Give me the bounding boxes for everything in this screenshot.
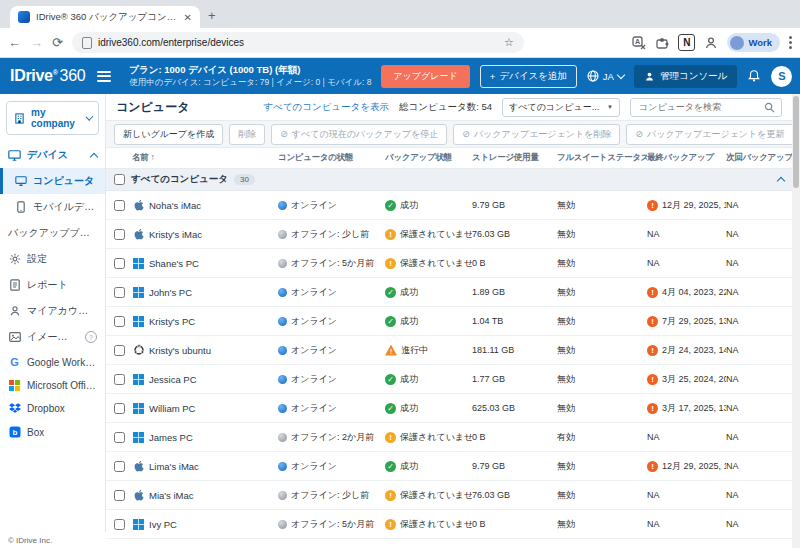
tab-close-icon[interactable]: ✕ bbox=[184, 12, 192, 23]
sidebar-item-mobile-devices[interactable]: モバイルデバイス bbox=[0, 194, 105, 220]
column-backup-status[interactable]: バックアップ状態 bbox=[385, 152, 472, 164]
device-name[interactable]: Kristy's PC bbox=[149, 316, 195, 327]
device-name[interactable]: James PC bbox=[149, 432, 193, 443]
device-name[interactable]: Shane's PC bbox=[149, 258, 199, 269]
table-row[interactable]: Mia's iMac オフライン: 少し前 !保護されていません 76.03 G… bbox=[106, 481, 792, 510]
column-storage-used[interactable]: ストレージ使用量 bbox=[472, 152, 557, 164]
sidebar-item-reports[interactable]: レポート bbox=[0, 272, 105, 298]
row-checkbox[interactable] bbox=[114, 490, 125, 501]
device-name[interactable]: Noha's iMac bbox=[149, 200, 201, 211]
device-name[interactable]: Lima's iMac bbox=[149, 461, 199, 472]
table-row[interactable]: Lima's iMac オンライン ✓成功 9.79 GB 無効 !12月 29… bbox=[106, 452, 792, 481]
device-name[interactable]: John's PC bbox=[149, 287, 192, 298]
row-checkbox[interactable] bbox=[114, 519, 125, 530]
profile-person-icon[interactable] bbox=[704, 36, 718, 50]
group-filter-dropdown[interactable]: すべてのコンピュー... ▼ bbox=[502, 98, 620, 117]
table-row[interactable]: Kristy's iMac オフライン: 少し前 !保護されていません 76.0… bbox=[106, 220, 792, 249]
row-checkbox[interactable] bbox=[114, 200, 125, 211]
extension-n-icon[interactable]: N bbox=[678, 34, 695, 51]
table-row[interactable]: Kristy's PC オンライン ✓成功 1.04 TB 無効 !7月 29,… bbox=[106, 307, 792, 336]
sidebar-item-dropbox[interactable]: Dropbox bbox=[0, 397, 105, 420]
search-input[interactable] bbox=[637, 101, 760, 113]
new-tab-button[interactable]: + bbox=[208, 8, 216, 23]
group-checkbox[interactable] bbox=[114, 174, 125, 185]
gear-icon bbox=[8, 253, 21, 265]
bell-icon[interactable] bbox=[747, 69, 761, 83]
browser-profile-chip[interactable]: Work bbox=[727, 33, 780, 52]
browser-menu-icon[interactable] bbox=[789, 36, 792, 49]
device-name[interactable]: Kristy's ubuntu bbox=[149, 345, 211, 356]
admin-console-button[interactable]: 管理コンソール bbox=[634, 65, 737, 88]
puzzle-extensions-icon[interactable] bbox=[655, 36, 669, 50]
site-info-icon[interactable] bbox=[82, 37, 92, 49]
upgrade-button[interactable]: アップグレード bbox=[381, 65, 469, 88]
table-row[interactable]: John's PC オンライン ✓成功 1.89 GB 無効 !4月 04, 2… bbox=[106, 278, 792, 307]
stop-backups-button[interactable]: ⊘ すべての現在のバックアップを停止 bbox=[271, 124, 447, 145]
scrollbar-thumb[interactable] bbox=[793, 96, 799, 188]
device-name[interactable]: William PC bbox=[149, 403, 195, 414]
help-icon[interactable]: ? bbox=[85, 331, 97, 343]
sidebar-item-devices[interactable]: デバイス bbox=[0, 142, 105, 168]
company-label: my company bbox=[31, 107, 82, 129]
update-agents-button[interactable]: ⊘ バックアップエージェントを更新 bbox=[626, 124, 793, 145]
sidebar: my company デバイス コンピュータ モバイルデバイス バックアッププラ… bbox=[0, 94, 106, 548]
row-checkbox[interactable] bbox=[114, 461, 125, 472]
sidebar-item-computers[interactable]: コンピュータ bbox=[0, 168, 105, 194]
row-checkbox[interactable] bbox=[114, 316, 125, 327]
add-device-button[interactable]: + デバイスを追加 bbox=[480, 65, 577, 88]
user-avatar[interactable]: S bbox=[771, 66, 792, 87]
device-name[interactable]: Mia's iMac bbox=[149, 490, 194, 501]
bookmark-star-icon[interactable]: ☆ bbox=[504, 36, 514, 49]
company-selector[interactable]: my company bbox=[6, 101, 99, 135]
column-computer-state[interactable]: コンピュータの状態 bbox=[278, 152, 385, 164]
address-bar[interactable]: idrive360.com/enterprise/devices ☆ bbox=[72, 32, 524, 53]
sidebar-item-google-workspace[interactable]: G Google Workspace bbox=[0, 350, 105, 374]
show-all-computers-link[interactable]: すべてのコンピュータを表示 bbox=[263, 101, 389, 114]
computer-search[interactable] bbox=[630, 98, 782, 117]
delete-button[interactable]: 削除 bbox=[229, 124, 265, 145]
idrive-360-logo[interactable]: IDrive®360 bbox=[10, 67, 85, 85]
create-group-button[interactable]: 新しいグループを作成 bbox=[114, 124, 223, 145]
sidebar-item-settings[interactable]: 設定 bbox=[0, 246, 105, 272]
device-name[interactable]: Jessica PC bbox=[149, 374, 197, 385]
hamburger-menu-icon[interactable] bbox=[97, 71, 111, 82]
success-icon: ✓ bbox=[385, 316, 396, 327]
microsoft-grid-icon bbox=[8, 380, 21, 391]
device-name[interactable]: Ivy PC bbox=[149, 519, 177, 530]
forward-icon[interactable]: → bbox=[30, 36, 43, 49]
browser-tab[interactable]: IDrive® 360 バックアップコンソール ✕ bbox=[10, 6, 200, 28]
column-full-suite-status[interactable]: フルスイートステータス bbox=[557, 152, 647, 164]
remove-agents-button[interactable]: ⊘ バックアップエージェントを削除 bbox=[453, 124, 620, 145]
sidebar-item-backup-plan[interactable]: バックアッププラン bbox=[0, 220, 105, 246]
table-row[interactable]: Ivy PC オフライン: 5か月前 !保護されていません 0 B 無効 NA … bbox=[106, 510, 792, 539]
row-checkbox[interactable] bbox=[114, 229, 125, 240]
language-selector[interactable]: JA bbox=[587, 70, 624, 82]
column-next-backup[interactable]: 次回バックアップ bbox=[726, 152, 792, 164]
group-row-all-computers[interactable]: すべてのコンピュータ 30 bbox=[106, 169, 792, 191]
reload-icon[interactable]: ⟳ bbox=[52, 36, 63, 49]
sidebar-item-box[interactable]: b Box bbox=[0, 420, 105, 444]
column-last-backup[interactable]: 最終バックアップ bbox=[647, 152, 726, 164]
row-checkbox[interactable] bbox=[114, 258, 125, 269]
row-checkbox[interactable] bbox=[114, 374, 125, 385]
device-name[interactable]: Kristy's iMac bbox=[149, 229, 202, 240]
page-scrollbar[interactable] bbox=[792, 94, 800, 548]
table-row[interactable]: William PC オンライン ✓成功 625.03 GB 無効 !3月 17… bbox=[106, 394, 792, 423]
table-row[interactable]: Noha's iMac オンライン ✓成功 9.79 GB 無効 !12月 29… bbox=[106, 191, 792, 220]
row-checkbox[interactable] bbox=[114, 287, 125, 298]
sidebar-item-image-backup[interactable]: イメージバックアップ ? bbox=[0, 324, 105, 350]
collapse-chevron-icon[interactable] bbox=[777, 177, 785, 185]
table-row[interactable]: Kristy's ubuntu オンライン !進行中 181.11 GB 無効 … bbox=[106, 336, 792, 365]
table-row[interactable]: James PC オフライン: 2か月前 !保護されていません 0 B 有効 N… bbox=[106, 423, 792, 452]
column-name[interactable]: 名前 ↑ bbox=[132, 152, 278, 164]
row-checkbox[interactable] bbox=[114, 432, 125, 443]
back-icon[interactable]: ← bbox=[8, 36, 21, 49]
row-checkbox[interactable] bbox=[114, 345, 125, 356]
browser-toolbar: ← → ⟳ idrive360.com/enterprise/devices ☆… bbox=[0, 28, 800, 58]
row-checkbox[interactable] bbox=[114, 403, 125, 414]
table-row[interactable]: Shane's PC オフライン: 5か月前 !保護されていません 0 B 無効… bbox=[106, 249, 792, 278]
sidebar-item-microsoft-365[interactable]: Microsoft Office 365 bbox=[0, 374, 105, 397]
table-row[interactable]: Jessica PC オンライン ✓成功 1.77 GB 無効 !3月 25, … bbox=[106, 365, 792, 394]
translate-icon[interactable]: A bbox=[632, 36, 646, 50]
sidebar-item-my-account[interactable]: マイアカウント bbox=[0, 298, 105, 324]
